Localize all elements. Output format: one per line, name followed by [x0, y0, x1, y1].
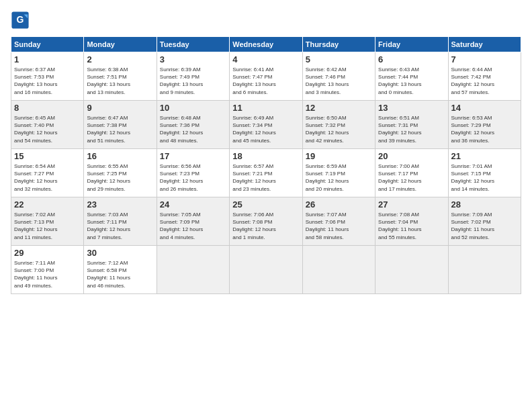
calendar-cell: 3Sunrise: 6:39 AM Sunset: 7:49 PM Daylig… — [157, 52, 229, 101]
calendar-cell — [375, 246, 448, 294]
weekday-header-saturday: Saturday — [448, 37, 521, 52]
week-row-3: 15Sunrise: 6:54 AM Sunset: 7:27 PM Dayli… — [11, 149, 521, 197]
day-info: Sunrise: 7:12 AM Sunset: 6:58 PM Dayligh… — [87, 259, 153, 289]
day-info: Sunrise: 7:08 AM Sunset: 7:04 PM Dayligh… — [378, 211, 445, 241]
calendar-cell — [230, 246, 302, 294]
weekday-header-wednesday: Wednesday — [230, 37, 302, 52]
day-number: 19 — [306, 151, 372, 161]
day-info: Sunrise: 6:49 AM Sunset: 7:34 PM Dayligh… — [232, 114, 299, 144]
week-row-5: 29Sunrise: 7:11 AM Sunset: 7:00 PM Dayli… — [11, 246, 521, 294]
day-info: Sunrise: 6:43 AM Sunset: 7:44 PM Dayligh… — [378, 66, 445, 96]
day-number: 13 — [378, 103, 445, 113]
day-info: Sunrise: 7:00 AM Sunset: 7:17 PM Dayligh… — [378, 163, 445, 193]
day-number: 24 — [160, 199, 226, 210]
day-info: Sunrise: 6:41 AM Sunset: 7:47 PM Dayligh… — [232, 66, 299, 96]
day-info: Sunrise: 7:02 AM Sunset: 7:13 PM Dayligh… — [14, 211, 81, 241]
day-info: Sunrise: 7:05 AM Sunset: 7:09 PM Dayligh… — [160, 211, 226, 241]
calendar-table: SundayMondayTuesdayWednesdayThursdayFrid… — [11, 36, 521, 294]
logo-icon: G — [11, 11, 30, 30]
day-number: 17 — [160, 151, 226, 161]
calendar-cell: 6Sunrise: 6:43 AM Sunset: 7:44 PM Daylig… — [375, 52, 448, 101]
weekday-header-row: SundayMondayTuesdayWednesdayThursdayFrid… — [11, 37, 521, 52]
day-number: 27 — [378, 199, 445, 210]
day-info: Sunrise: 6:59 AM Sunset: 7:19 PM Dayligh… — [306, 163, 372, 193]
calendar-cell: 7Sunrise: 6:44 AM Sunset: 7:42 PM Daylig… — [448, 52, 521, 101]
day-number: 28 — [451, 199, 518, 210]
day-number: 12 — [306, 103, 372, 113]
day-info: Sunrise: 6:38 AM Sunset: 7:51 PM Dayligh… — [87, 66, 153, 96]
day-info: Sunrise: 6:47 AM Sunset: 7:38 PM Dayligh… — [87, 114, 153, 144]
day-info: Sunrise: 7:09 AM Sunset: 7:02 PM Dayligh… — [451, 211, 518, 241]
day-number: 18 — [232, 151, 299, 161]
logo: G — [11, 11, 32, 30]
calendar-cell: 28Sunrise: 7:09 AM Sunset: 7:02 PM Dayli… — [448, 197, 521, 246]
day-number: 8 — [14, 103, 81, 113]
calendar-cell — [302, 246, 375, 294]
day-number: 29 — [14, 248, 81, 258]
calendar-cell: 11Sunrise: 6:49 AM Sunset: 7:34 PM Dayli… — [230, 101, 302, 149]
day-number: 25 — [232, 199, 299, 210]
day-info: Sunrise: 6:39 AM Sunset: 7:49 PM Dayligh… — [160, 66, 226, 96]
calendar-cell: 19Sunrise: 6:59 AM Sunset: 7:19 PM Dayli… — [302, 149, 375, 197]
calendar-cell: 20Sunrise: 7:00 AM Sunset: 7:17 PM Dayli… — [375, 149, 448, 197]
calendar-cell — [157, 246, 229, 294]
day-number: 30 — [87, 248, 153, 258]
calendar-cell: 13Sunrise: 6:51 AM Sunset: 7:31 PM Dayli… — [375, 101, 448, 149]
day-number: 15 — [14, 151, 81, 161]
calendar-cell: 2Sunrise: 6:38 AM Sunset: 7:51 PM Daylig… — [84, 52, 157, 101]
day-info: Sunrise: 6:37 AM Sunset: 7:53 PM Dayligh… — [14, 66, 81, 96]
calendar-cell: 17Sunrise: 6:56 AM Sunset: 7:23 PM Dayli… — [157, 149, 229, 197]
weekday-header-tuesday: Tuesday — [157, 37, 229, 52]
day-info: Sunrise: 6:57 AM Sunset: 7:21 PM Dayligh… — [232, 163, 299, 193]
day-number: 21 — [451, 151, 518, 161]
day-number: 7 — [451, 54, 518, 64]
calendar-page: G SundayMondayTuesdayWednesdayThursdayFr… — [0, 0, 532, 411]
svg-text:G: G — [17, 14, 24, 25]
calendar-cell: 30Sunrise: 7:12 AM Sunset: 6:58 PM Dayli… — [84, 246, 157, 294]
weekday-header-friday: Friday — [375, 37, 448, 52]
day-number: 2 — [87, 54, 153, 64]
day-number: 20 — [378, 151, 445, 161]
day-info: Sunrise: 7:03 AM Sunset: 7:11 PM Dayligh… — [87, 211, 153, 241]
day-number: 22 — [14, 199, 81, 210]
calendar-cell: 10Sunrise: 6:48 AM Sunset: 7:36 PM Dayli… — [157, 101, 229, 149]
day-number: 4 — [232, 54, 299, 64]
day-number: 9 — [87, 103, 153, 113]
calendar-cell: 21Sunrise: 7:01 AM Sunset: 7:15 PM Dayli… — [448, 149, 521, 197]
day-info: Sunrise: 6:45 AM Sunset: 7:40 PM Dayligh… — [14, 114, 81, 144]
day-info: Sunrise: 6:48 AM Sunset: 7:36 PM Dayligh… — [160, 114, 226, 144]
calendar-cell: 9Sunrise: 6:47 AM Sunset: 7:38 PM Daylig… — [84, 101, 157, 149]
weekday-header-thursday: Thursday — [302, 37, 375, 52]
calendar-cell: 29Sunrise: 7:11 AM Sunset: 7:00 PM Dayli… — [11, 246, 84, 294]
header: G — [11, 11, 521, 30]
day-info: Sunrise: 6:54 AM Sunset: 7:27 PM Dayligh… — [14, 163, 81, 193]
calendar-cell: 1Sunrise: 6:37 AM Sunset: 7:53 PM Daylig… — [11, 52, 84, 101]
day-number: 26 — [306, 199, 372, 210]
calendar-cell: 8Sunrise: 6:45 AM Sunset: 7:40 PM Daylig… — [11, 101, 84, 149]
day-info: Sunrise: 7:06 AM Sunset: 7:08 PM Dayligh… — [232, 211, 299, 241]
week-row-2: 8Sunrise: 6:45 AM Sunset: 7:40 PM Daylig… — [11, 101, 521, 149]
day-info: Sunrise: 6:50 AM Sunset: 7:32 PM Dayligh… — [306, 114, 372, 144]
day-number: 5 — [306, 54, 372, 64]
day-info: Sunrise: 6:51 AM Sunset: 7:31 PM Dayligh… — [378, 114, 445, 144]
week-row-1: 1Sunrise: 6:37 AM Sunset: 7:53 PM Daylig… — [11, 52, 521, 101]
day-number: 3 — [160, 54, 226, 64]
day-number: 10 — [160, 103, 226, 113]
calendar-cell: 26Sunrise: 7:07 AM Sunset: 7:06 PM Dayli… — [302, 197, 375, 246]
calendar-cell: 22Sunrise: 7:02 AM Sunset: 7:13 PM Dayli… — [11, 197, 84, 246]
calendar-cell: 16Sunrise: 6:55 AM Sunset: 7:25 PM Dayli… — [84, 149, 157, 197]
week-row-4: 22Sunrise: 7:02 AM Sunset: 7:13 PM Dayli… — [11, 197, 521, 246]
day-number: 11 — [232, 103, 299, 113]
day-info: Sunrise: 7:11 AM Sunset: 7:00 PM Dayligh… — [14, 259, 81, 289]
day-info: Sunrise: 6:44 AM Sunset: 7:42 PM Dayligh… — [451, 66, 518, 96]
day-number: 14 — [451, 103, 518, 113]
calendar-cell: 4Sunrise: 6:41 AM Sunset: 7:47 PM Daylig… — [230, 52, 302, 101]
day-info: Sunrise: 7:07 AM Sunset: 7:06 PM Dayligh… — [306, 211, 372, 241]
day-number: 1 — [14, 54, 81, 64]
weekday-header-sunday: Sunday — [11, 37, 84, 52]
day-info: Sunrise: 6:56 AM Sunset: 7:23 PM Dayligh… — [160, 163, 226, 193]
day-number: 23 — [87, 199, 153, 210]
day-number: 16 — [87, 151, 153, 161]
calendar-cell: 24Sunrise: 7:05 AM Sunset: 7:09 PM Dayli… — [157, 197, 229, 246]
calendar-cell — [448, 246, 521, 294]
